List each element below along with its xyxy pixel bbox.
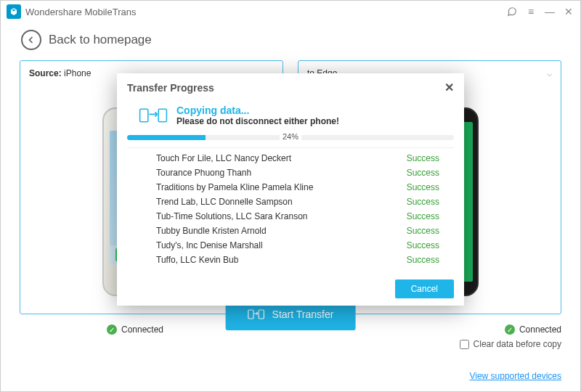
- check-icon: ✓: [107, 324, 117, 335]
- item-status: Success: [407, 153, 439, 163]
- supported-devices-link[interactable]: View supported devices: [469, 371, 561, 381]
- item-name: Tuffo, LLC Kevin Bub: [156, 255, 238, 265]
- back-label: Back to homepage: [49, 33, 152, 47]
- item-name: Tudy's, Inc Denise Marshall: [156, 240, 263, 250]
- chevron-down-icon[interactable]: ⌵: [547, 68, 552, 78]
- close-icon[interactable]: ✕: [563, 6, 574, 17]
- svg-rect-0: [248, 310, 253, 319]
- feedback-icon[interactable]: [506, 6, 518, 17]
- item-name: Tourance Phuong Thanh: [156, 168, 251, 178]
- warning-label: Please do not disconnect either phone!: [176, 116, 339, 126]
- list-item: Tubby Bundle Kristen ArnoldSuccess: [127, 224, 454, 238]
- list-item: Touch For Lile, LLC Nancy DeckertSuccess: [127, 151, 454, 166]
- transfer-progress-dialog: Transfer Progress ✕ Copying data... Plea…: [117, 73, 464, 306]
- dest-status: ✓ Connected: [460, 324, 561, 335]
- clear-data-checkbox[interactable]: Clear data before copy: [460, 339, 561, 349]
- menu-icon[interactable]: ≡: [525, 6, 537, 17]
- item-name: Trend Lab, LLC Donnelle Sampson: [156, 197, 293, 207]
- list-item: Tub-Time Solutions, LLC Sara KransonSucc…: [127, 209, 454, 224]
- cancel-button[interactable]: Cancel: [395, 279, 454, 298]
- list-item: Trend Lab, LLC Donnelle SampsonSuccess: [127, 195, 454, 209]
- source-device: iPhone: [64, 68, 91, 78]
- list-item: Tuffo, LLC Kevin BubSuccess: [127, 253, 454, 266]
- source-label: Source:: [29, 68, 62, 78]
- item-status: Success: [407, 226, 439, 236]
- item-name: Touch For Lile, LLC Nancy Deckert: [156, 153, 291, 163]
- check-icon: ✓: [505, 324, 515, 335]
- dialog-title: Transfer Progress: [127, 82, 214, 94]
- source-status: ✓ Connected: [107, 324, 163, 335]
- item-status: Success: [407, 240, 439, 250]
- list-item: Tudy's, Inc Denise MarshallSuccess: [127, 238, 454, 253]
- progress-bar: 24%: [127, 135, 454, 140]
- transfer-icon: [139, 105, 168, 126]
- minimize-icon[interactable]: —: [544, 6, 556, 17]
- item-status: Success: [407, 182, 439, 192]
- item-status: Success: [407, 211, 439, 221]
- clear-data-input[interactable]: [460, 340, 469, 349]
- item-name: Traditions by Pamela Kline Pamela Kline: [156, 182, 313, 192]
- item-name: Tubby Bundle Kristen Arnold: [156, 226, 267, 236]
- svg-rect-1: [259, 310, 264, 319]
- item-status: Success: [407, 168, 439, 178]
- copying-label: Copying data...: [176, 105, 339, 116]
- item-status: Success: [407, 255, 439, 265]
- transfer-list[interactable]: Touch For Lile, LLC Nancy DeckertSuccess…: [127, 147, 454, 266]
- item-status: Success: [407, 197, 439, 207]
- svg-rect-2: [140, 109, 148, 122]
- dialog-close-icon[interactable]: ✕: [444, 81, 454, 94]
- progress-percent: 24%: [280, 132, 301, 141]
- svg-rect-3: [158, 109, 166, 122]
- transfer-icon: [248, 307, 265, 322]
- list-item: Tourance Phuong ThanhSuccess: [127, 166, 454, 180]
- app-title: Wondershare MobileTrans: [25, 7, 506, 17]
- back-button[interactable]: [21, 30, 41, 50]
- list-item: Traditions by Pamela Kline Pamela KlineS…: [127, 180, 454, 195]
- app-logo: [7, 4, 21, 19]
- item-name: Tub-Time Solutions, LLC Sara Kranson: [156, 211, 308, 221]
